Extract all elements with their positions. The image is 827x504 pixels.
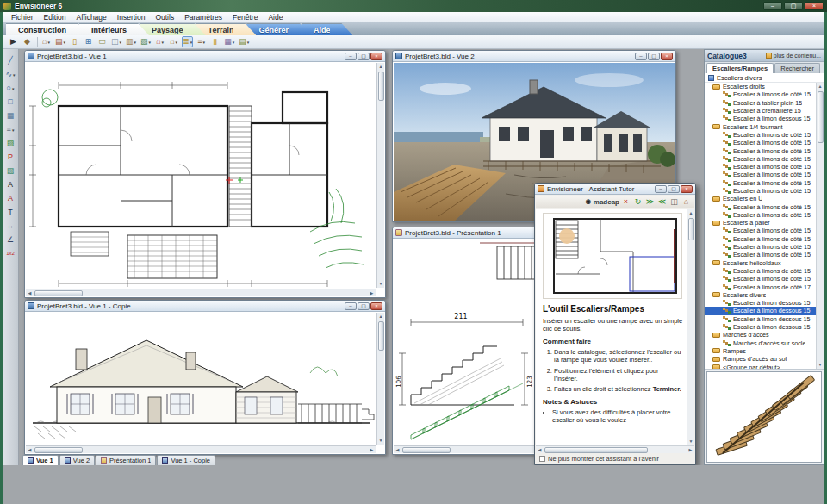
catalog-folder[interactable]: Escaliers hélicoïdaux xyxy=(705,259,816,267)
close-icon[interactable]: × xyxy=(370,53,382,60)
menu-parametres[interactable]: Paramètres xyxy=(179,13,227,22)
roof-frame-tool[interactable]: ⌂▾ xyxy=(168,36,179,47)
print-icon[interactable]: ◫ xyxy=(668,196,680,208)
restore-icon[interactable]: ▢ xyxy=(358,302,370,310)
dialog-titlebar[interactable]: Envisioneer - Assistant Tutor – ▢ × xyxy=(535,184,695,195)
leader-text-tool[interactable]: A xyxy=(3,192,17,205)
dimension-text-tool[interactable]: T xyxy=(3,206,17,219)
minimize-icon[interactable]: – xyxy=(635,53,647,60)
catalog-item[interactable]: Escalier à tablier plein 15 xyxy=(705,99,816,107)
scroll-down-icon[interactable]: ▼ xyxy=(817,361,824,369)
view-tab-vue-1[interactable]: Vue 1 xyxy=(22,455,59,465)
catalog-folder[interactable]: Rampes d'accès au sol xyxy=(705,355,816,363)
scroll-up-icon[interactable]: ▲ xyxy=(377,313,385,320)
restore-icon[interactable]: ▢ xyxy=(358,53,370,60)
cabinet-tool[interactable]: ▥▾ xyxy=(125,36,137,47)
previous-topic-icon[interactable]: ≪ xyxy=(656,196,668,208)
catalog-item[interactable]: Escalier à limon dessous 15 xyxy=(705,299,816,307)
menu-fenetre[interactable]: Fenêtre xyxy=(227,13,263,22)
building-wizard-tool[interactable]: ⌂▾ xyxy=(40,36,52,47)
horizontal-scrollbar[interactable]: ◀▶ xyxy=(26,445,376,453)
window-tool[interactable]: ⊞ xyxy=(83,36,94,47)
catalog-root-group[interactable]: Escaliers divers xyxy=(705,73,824,83)
catalog-item[interactable]: Escalier à limon dessous 15 xyxy=(705,307,816,314)
close-icon[interactable]: × xyxy=(681,185,693,193)
maximize-button[interactable]: ▢ xyxy=(784,2,803,10)
catalog-item[interactable]: Escalier à limons de côté 15 xyxy=(705,163,816,171)
door-tool[interactable]: ▯ xyxy=(69,36,80,47)
window-vue2-titlebar[interactable]: ProjetBret3.bld - Vue 2 – ▢ × xyxy=(393,51,675,62)
framing-tool[interactable]: ▦▾ xyxy=(223,36,235,47)
catalog-item[interactable]: Escalier à limons de côté 15 xyxy=(705,90,816,98)
scroll-right-icon[interactable]: ▶ xyxy=(368,289,376,297)
home-icon[interactable]: ⌂ xyxy=(681,196,692,208)
image-export-tool[interactable]: ▧ xyxy=(3,165,17,177)
catalog-item[interactable]: Escalier à limons de côté 15 xyxy=(705,267,816,275)
catalog-item[interactable]: Escalier à limons de côté 15 xyxy=(705,179,816,187)
scroll-thumb[interactable] xyxy=(544,447,648,453)
catalog-item[interactable]: Escalier à limon dessous 15 xyxy=(705,323,816,331)
catalog-folder[interactable]: <Groupe par défaut> xyxy=(705,363,816,370)
close-icon[interactable]: × xyxy=(661,53,673,60)
catalog-item[interactable]: Escalier à limons de côté 15 xyxy=(705,131,816,139)
vue1-copie-canvas[interactable] xyxy=(26,313,376,445)
view-tab-vue-1-copie[interactable]: Vue 1 - Copie xyxy=(157,455,215,465)
line-tool[interactable]: ╱ xyxy=(3,54,17,67)
scroll-left-icon[interactable]: ◀ xyxy=(26,289,34,297)
menu-fichier[interactable]: Fichier xyxy=(6,13,39,22)
angle-dimension-tool[interactable]: ∠ xyxy=(3,233,17,246)
refresh-icon[interactable]: ↻ xyxy=(632,196,644,208)
ribbon-tab-generer[interactable]: Générer xyxy=(246,23,311,35)
catalog-folder[interactable]: Marches d'accès xyxy=(705,331,816,339)
catalog-item[interactable]: Escalier à crémaillère 15 xyxy=(705,107,816,115)
window-vue1-copie-titlebar[interactable]: ProjetBret3.bld - Vue 1 - Copie – ▢ × xyxy=(25,301,385,312)
scroll-thumb[interactable] xyxy=(402,447,451,453)
scroll-thumb[interactable] xyxy=(378,321,384,351)
wall-tool[interactable]: ▤▾ xyxy=(54,36,66,47)
next-topic-icon[interactable]: ≫ xyxy=(644,196,656,208)
list-tool[interactable]: ≡▾ xyxy=(3,123,17,136)
eyedropper-tool[interactable]: ◆ xyxy=(22,36,33,47)
scroll-thumb[interactable] xyxy=(34,290,83,296)
scroll-thumb[interactable] xyxy=(378,72,384,101)
catalog-tab-rechercher[interactable]: Rechercher xyxy=(774,63,820,73)
rectangle-tool[interactable]: □ xyxy=(3,96,17,109)
grid-tool[interactable]: ▦ xyxy=(3,109,17,122)
catalog-folder[interactable]: Escaliers 1/4 tournant xyxy=(705,122,816,130)
minimize-icon[interactable]: – xyxy=(345,302,357,310)
catalog-folder[interactable]: Rampes xyxy=(705,347,816,355)
scroll-up-icon[interactable]: ▲ xyxy=(817,83,824,90)
scroll-down-icon[interactable]: ▼ xyxy=(377,280,385,288)
catalog-item[interactable]: Escalier à limons de côté 15 xyxy=(705,146,816,154)
menu-aide[interactable]: Aide xyxy=(263,13,288,22)
catalog-item[interactable]: Escalier à limons de côté 15 xyxy=(705,235,816,243)
catalog-folder[interactable]: Escaliers en U xyxy=(705,195,816,202)
vertical-scrollbar[interactable]: ▲▼ xyxy=(376,313,384,445)
catalog-item[interactable]: Escalier à limons de côté 15 xyxy=(705,155,816,163)
dont-show-checkbox[interactable] xyxy=(539,456,545,462)
stairs-tool[interactable]: ≣▾ xyxy=(182,36,193,47)
catalog-item[interactable]: Escalier à limons de côté 15 xyxy=(705,243,816,251)
scroll-thumb[interactable] xyxy=(818,91,824,143)
menu-insertion[interactable]: Insertion xyxy=(112,13,151,22)
catalog-folder[interactable]: Escaliers divers xyxy=(705,291,816,299)
horizontal-scrollbar[interactable]: ◀▶ xyxy=(26,289,376,296)
scroll-down-icon[interactable]: ▼ xyxy=(377,437,385,445)
ribbon-tab-interieurs[interactable]: Intérieurs xyxy=(79,23,149,35)
catalog-item[interactable]: Escalier à limons de côté 15 xyxy=(705,139,816,146)
catalog-tab-escaliers-rampes[interactable]: Escaliers/Rampes xyxy=(706,63,774,73)
view-tab-vue-2[interactable]: Vue 2 xyxy=(59,455,95,465)
column-tool[interactable]: ▮ xyxy=(209,36,221,47)
catalog-folder[interactable]: Escaliers à palier xyxy=(705,219,816,227)
curve-tool[interactable]: ∿▾ xyxy=(3,68,17,81)
restore-icon[interactable]: ▢ xyxy=(648,53,660,60)
close-button[interactable]: × xyxy=(805,2,824,10)
catalog-item[interactable]: Escalier à limons de côté 15 xyxy=(705,275,816,283)
render-image-tool[interactable]: ▨ xyxy=(3,137,17,150)
scroll-up-icon[interactable]: ▲ xyxy=(687,209,695,217)
restore-icon[interactable]: ▢ xyxy=(668,185,680,193)
vertical-scrollbar[interactable]: ▲▼ xyxy=(376,63,384,288)
catalog-item[interactable]: Escalier à limons de côté 15 xyxy=(705,202,816,210)
catalog-scrollbar[interactable]: ▲▼ xyxy=(816,83,824,369)
text-tool[interactable]: A xyxy=(3,178,17,191)
